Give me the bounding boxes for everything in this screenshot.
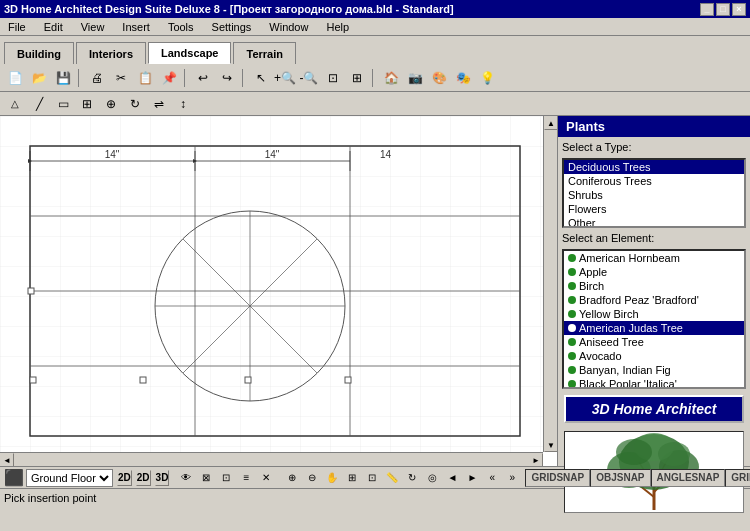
status-indicators: GRIDSNAP OBJSNAP ANGLESNAP GRID ORTHO CO… xyxy=(525,469,750,487)
element-hornbeam[interactable]: American Hornbeam xyxy=(564,251,744,265)
toolbar-zoom-window[interactable]: ⊞ xyxy=(346,67,368,89)
floor-select[interactable]: Ground Floor xyxy=(26,469,113,487)
plant-dot-icon xyxy=(568,338,576,346)
canvas-area[interactable]: 14" 14" 14 ▲ ▼ xyxy=(0,116,558,466)
menu-tools[interactable]: Tools xyxy=(164,20,198,34)
scroll-left-button[interactable]: ◄ xyxy=(0,453,14,466)
tool-pan[interactable]: ✋ xyxy=(323,470,341,486)
toolbar2-line[interactable]: ╱ xyxy=(28,93,50,115)
element-black-poplar[interactable]: Black Poplar 'Italica' xyxy=(564,377,744,389)
toolbar-render[interactable]: 🎨 xyxy=(428,67,450,89)
menu-edit[interactable]: Edit xyxy=(40,20,67,34)
toolbar-new[interactable]: 📄 xyxy=(4,67,26,89)
view-toggle1[interactable]: 👁 xyxy=(177,470,195,486)
toolbar-copy[interactable]: 📋 xyxy=(134,67,156,89)
toolbar-light[interactable]: 💡 xyxy=(476,67,498,89)
tool-next[interactable]: » xyxy=(503,470,521,486)
view-toggle3[interactable]: ⊡ xyxy=(217,470,235,486)
gridsnap-indicator[interactable]: GRIDSNAP xyxy=(525,469,590,487)
plant-dot-icon xyxy=(568,380,576,388)
toolbar-save[interactable]: 💾 xyxy=(52,67,74,89)
view-2d-alt-button[interactable]: 2D xyxy=(136,470,151,486)
view-toggle5[interactable]: ✕ xyxy=(257,470,275,486)
menu-help[interactable]: Help xyxy=(322,20,353,34)
toolbar-materials[interactable]: 🎭 xyxy=(452,67,474,89)
toolbar2-rect[interactable]: ▭ xyxy=(52,93,74,115)
menu-file[interactable]: File xyxy=(4,20,30,34)
toolbar-select[interactable]: ↖ xyxy=(250,67,272,89)
toolbar2-mirror[interactable]: ⇌ xyxy=(148,93,170,115)
toolbar-camera[interactable]: 📷 xyxy=(404,67,426,89)
tab-building[interactable]: Building xyxy=(4,42,74,64)
tool-nav-left[interactable]: ◄ xyxy=(443,470,461,486)
menu-window[interactable]: Window xyxy=(265,20,312,34)
toolbar-undo[interactable]: ↩ xyxy=(192,67,214,89)
tool-nav-right[interactable]: ► xyxy=(463,470,481,486)
element-judas[interactable]: American Judas Tree xyxy=(564,321,744,335)
tool-rotate-view[interactable]: ↻ xyxy=(403,470,421,486)
objsnap-indicator[interactable]: OBJSNAP xyxy=(590,469,650,487)
toolbar-zoom-out[interactable]: -🔍 xyxy=(298,67,320,89)
element-yellow-birch[interactable]: Yellow Birch xyxy=(564,307,744,321)
type-item-flowers[interactable]: Flowers xyxy=(564,202,744,216)
scroll-up-button[interactable]: ▲ xyxy=(544,116,558,130)
type-item-other[interactable]: Other xyxy=(564,216,744,228)
svg-rect-22 xyxy=(345,377,351,383)
horizontal-scrollbar[interactable]: ◄ ► xyxy=(0,452,543,466)
anglesnap-indicator[interactable]: ANGLESNAP xyxy=(651,469,726,487)
tool-prev[interactable]: « xyxy=(483,470,501,486)
type-listbox[interactable]: Deciduous Trees Coniferous Trees Shrubs … xyxy=(562,158,746,228)
toolbar-print[interactable]: 🖨 xyxy=(86,67,108,89)
tool-zoom-in[interactable]: ⊕ xyxy=(283,470,301,486)
toolbar2-scale[interactable]: ↕ xyxy=(172,93,194,115)
tab-terrain[interactable]: Terrain xyxy=(233,42,295,64)
element-aniseed[interactable]: Aniseed Tree xyxy=(564,335,744,349)
toolbar-redo[interactable]: ↪ xyxy=(216,67,238,89)
type-item-deciduous[interactable]: Deciduous Trees xyxy=(564,160,744,174)
tool-zoom-out[interactable]: ⊖ xyxy=(303,470,321,486)
view-3d-button[interactable]: 3D xyxy=(155,470,170,486)
tool-zoom-all[interactable]: ⊡ xyxy=(363,470,381,486)
close-button[interactable]: × xyxy=(732,3,746,16)
element-avocado[interactable]: Avocado xyxy=(564,349,744,363)
toolbar-cut[interactable]: ✂ xyxy=(110,67,132,89)
toolbar: 📄 📂 💾 🖨 ✂ 📋 📌 ↩ ↪ ↖ +🔍 -🔍 ⊡ ⊞ 🏠 📷 🎨 🎭 💡 xyxy=(0,64,750,92)
toolbar-open[interactable]: 📂 xyxy=(28,67,50,89)
toolbar-3d[interactable]: 🏠 xyxy=(380,67,402,89)
main-area: 14" 14" 14 ▲ ▼ xyxy=(0,116,750,466)
scroll-right-button[interactable]: ► xyxy=(529,453,543,466)
vertical-scrollbar[interactable]: ▲ ▼ xyxy=(543,116,557,452)
element-listbox[interactable]: American Hornbeam Apple Birch Bradford P… xyxy=(562,249,746,389)
toolbar2-rotate[interactable]: ↻ xyxy=(124,93,146,115)
type-item-coniferous[interactable]: Coniferous Trees xyxy=(564,174,744,188)
restore-button[interactable]: □ xyxy=(716,3,730,16)
menu-settings[interactable]: Settings xyxy=(208,20,256,34)
scroll-down-button[interactable]: ▼ xyxy=(544,438,558,452)
element-bradford[interactable]: Bradford Peaz 'Bradford' xyxy=(564,293,744,307)
menu-insert[interactable]: Insert xyxy=(118,20,154,34)
svg-text:14": 14" xyxy=(105,149,120,160)
view-toggle2[interactable]: ⊠ xyxy=(197,470,215,486)
toolbar2-grid[interactable]: ⊞ xyxy=(76,93,98,115)
view-2d-button[interactable]: 2D xyxy=(117,470,132,486)
tab-landscape[interactable]: Landscape xyxy=(148,42,231,64)
element-birch[interactable]: Birch xyxy=(564,279,744,293)
tab-interiors[interactable]: Interiors xyxy=(76,42,146,64)
toolbar2-measure[interactable]: △ xyxy=(4,93,26,115)
tool-orbit[interactable]: ◎ xyxy=(423,470,441,486)
toolbar-paste[interactable]: 📌 xyxy=(158,67,180,89)
toolbar2-snap[interactable]: ⊕ xyxy=(100,93,122,115)
plant-dot-icon xyxy=(568,352,576,360)
view-toggle4[interactable]: ≡ xyxy=(237,470,255,486)
grid-indicator[interactable]: GRID xyxy=(725,469,750,487)
minimize-button[interactable]: _ xyxy=(700,3,714,16)
tool-measure[interactable]: 📏 xyxy=(383,470,401,486)
app-title: 3D Home Architect Design Suite Deluxe 8 … xyxy=(4,3,454,15)
element-banyan[interactable]: Banyan, Indian Fig xyxy=(564,363,744,377)
menu-view[interactable]: View xyxy=(77,20,109,34)
tool-zoom-box[interactable]: ⊞ xyxy=(343,470,361,486)
type-item-shrubs[interactable]: Shrubs xyxy=(564,188,744,202)
toolbar-zoom-all[interactable]: ⊡ xyxy=(322,67,344,89)
toolbar-zoom-in[interactable]: +🔍 xyxy=(274,67,296,89)
element-apple[interactable]: Apple xyxy=(564,265,744,279)
